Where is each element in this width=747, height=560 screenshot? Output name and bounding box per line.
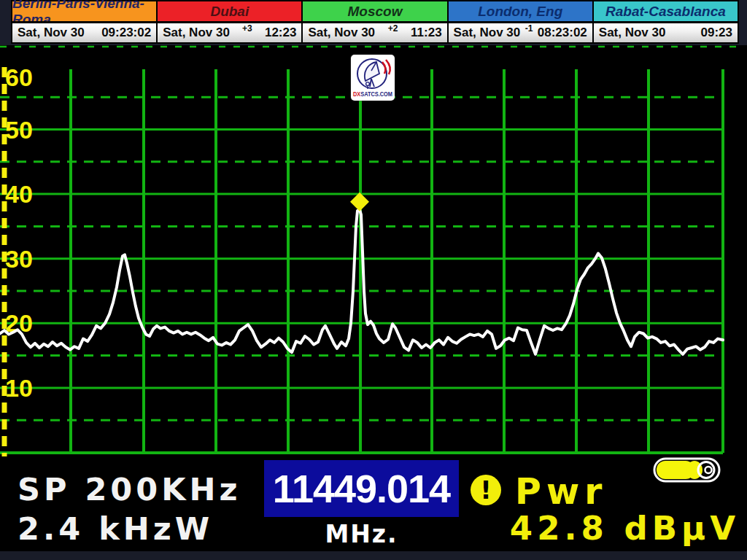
bottom-edge-strip [0,551,747,560]
logo-text: DXSATCS.COM [353,90,392,98]
satellite-dish-icon: DXSATCS.COM [351,55,395,101]
satellite-meter-screen: Berlin-Paris-Vienna-Roma Sat, Nov 30 09:… [0,0,747,560]
frequency-display: 11449.014 [264,460,459,517]
svg-text:60: 60 [5,63,33,91]
span-readout: SP 200KHz [18,474,241,505]
dxsatcs-logo: DXSATCS.COM [351,55,395,101]
power-label: Pwr [515,474,607,510]
svg-text:30: 30 [5,245,33,273]
svg-text:10: 10 [5,374,33,402]
svg-text:50: 50 [5,116,33,144]
svg-text:40: 40 [5,180,33,208]
peak-marker-diamond [350,192,369,211]
frequency-unit-label: MHz. [264,522,459,546]
battery-icon [653,456,724,487]
frequency-value: 11449.014 [273,469,450,508]
warning-icon: ! [471,475,501,505]
power-value: 42.8 dBµV [474,512,740,545]
rbw-readout: 2.4 kHzW [18,513,213,545]
